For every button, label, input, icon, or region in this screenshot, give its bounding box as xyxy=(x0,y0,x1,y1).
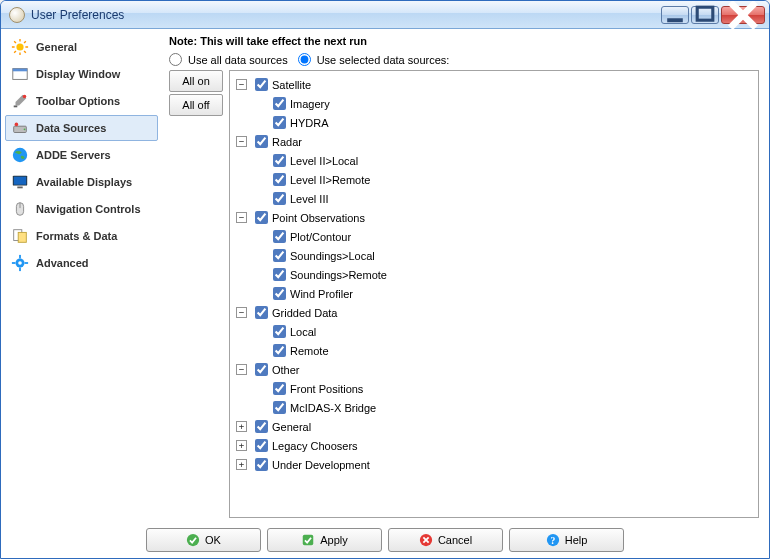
tree-label: Gridded Data xyxy=(272,307,337,319)
expand-icon[interactable]: + xyxy=(236,421,247,432)
tree-checkbox[interactable] xyxy=(273,249,286,262)
svg-point-4 xyxy=(16,43,23,50)
tree-row[interactable]: McIDAS-X Bridge xyxy=(254,398,752,417)
tree-checkbox[interactable] xyxy=(273,401,286,414)
tree-row[interactable]: Imagery xyxy=(254,94,752,113)
collapse-icon[interactable]: − xyxy=(236,79,247,90)
ok-button[interactable]: OK xyxy=(146,528,261,552)
tree-label: Plot/Contour xyxy=(290,231,351,243)
svg-rect-22 xyxy=(14,177,27,185)
tree-label: Level II>Remote xyxy=(290,174,370,186)
tree-checkbox[interactable] xyxy=(273,116,286,129)
help-button[interactable]: ? Help xyxy=(509,528,624,552)
tree-row[interactable]: +Under Development xyxy=(236,455,752,474)
tree-checkbox[interactable] xyxy=(273,192,286,205)
sidebar-item-general[interactable]: General xyxy=(5,34,158,60)
tree-checkbox[interactable] xyxy=(273,230,286,243)
apply-button[interactable]: Apply xyxy=(267,528,382,552)
tree-row[interactable]: HYDRA xyxy=(254,113,752,132)
tree-checkbox[interactable] xyxy=(255,306,268,319)
all-on-button[interactable]: All on xyxy=(169,70,223,92)
datasource-tree-box[interactable]: −SatelliteImageryHYDRA−RadarLevel II>Loc… xyxy=(229,70,759,518)
tree-row[interactable]: Remote xyxy=(254,341,752,360)
svg-rect-23 xyxy=(17,187,22,189)
radio-use-selected[interactable]: Use selected data sources: xyxy=(298,53,450,66)
tree-checkbox[interactable] xyxy=(273,154,286,167)
sidebar-item-label: Navigation Controls xyxy=(36,203,141,215)
tree-checkbox[interactable] xyxy=(255,439,268,452)
tree-row[interactable]: −Satellite xyxy=(236,75,752,94)
sidebar-item-data-sources[interactable]: Data Sources xyxy=(5,115,158,141)
tree-row[interactable]: +Legacy Choosers xyxy=(236,436,752,455)
sidebar-item-label: Display Window xyxy=(36,68,120,80)
tree-row[interactable]: +General xyxy=(236,417,752,436)
svg-point-20 xyxy=(13,148,27,162)
radio-use-all-label: Use all data sources xyxy=(188,54,288,66)
tree-checkbox[interactable] xyxy=(255,420,268,433)
tree-checkbox[interactable] xyxy=(273,344,286,357)
tool-icon xyxy=(10,91,30,111)
close-button[interactable] xyxy=(721,6,765,24)
sidebar-item-advanced[interactable]: Advanced xyxy=(5,250,158,276)
gear-icon xyxy=(10,253,30,273)
note-text: Note: This will take effect the next run xyxy=(169,35,759,47)
sidebar: GeneralDisplay WindowToolbar OptionsData… xyxy=(1,29,161,522)
help-icon: ? xyxy=(546,533,560,547)
tree-checkbox[interactable] xyxy=(255,135,268,148)
collapse-icon[interactable]: − xyxy=(236,136,247,147)
maximize-button[interactable] xyxy=(691,6,719,24)
sidebar-item-display-window[interactable]: Display Window xyxy=(5,61,158,87)
collapse-icon[interactable]: − xyxy=(236,212,247,223)
radio-use-selected-input[interactable] xyxy=(298,53,311,66)
sidebar-item-adde-servers[interactable]: ADDE Servers xyxy=(5,142,158,168)
tree-row[interactable]: −Gridded Data xyxy=(236,303,752,322)
tree-row[interactable]: Soundings>Local xyxy=(254,246,752,265)
tree-row[interactable]: −Other xyxy=(236,360,752,379)
tree-checkbox[interactable] xyxy=(255,458,268,471)
tree-row[interactable]: Soundings>Remote xyxy=(254,265,752,284)
sidebar-item-navigation-controls[interactable]: Navigation Controls xyxy=(5,196,158,222)
cancel-button[interactable]: Cancel xyxy=(388,528,503,552)
tree-checkbox[interactable] xyxy=(273,97,286,110)
sidebar-item-toolbar-options[interactable]: Toolbar Options xyxy=(5,88,158,114)
cancel-icon xyxy=(419,533,433,547)
tree-row[interactable]: Wind Profiler xyxy=(254,284,752,303)
radio-use-all-input[interactable] xyxy=(169,53,182,66)
sidebar-item-label: ADDE Servers xyxy=(36,149,111,161)
sidebar-item-label: Formats & Data xyxy=(36,230,117,242)
sidebar-item-formats-data[interactable]: Formats & Data xyxy=(5,223,158,249)
tree-checkbox[interactable] xyxy=(273,287,286,300)
tree-row[interactable]: Local xyxy=(254,322,752,341)
expand-icon[interactable]: + xyxy=(236,440,247,451)
radio-use-all[interactable]: Use all data sources xyxy=(169,53,288,66)
tree-label: Soundings>Remote xyxy=(290,269,387,281)
all-off-button[interactable]: All off xyxy=(169,94,223,116)
collapse-icon[interactable]: − xyxy=(236,364,247,375)
sidebar-item-available-displays[interactable]: Available Displays xyxy=(5,169,158,195)
svg-rect-31 xyxy=(12,262,16,264)
tree-checkbox[interactable] xyxy=(255,363,268,376)
tree-checkbox[interactable] xyxy=(273,382,286,395)
tree-checkbox[interactable] xyxy=(273,325,286,338)
tree-checkbox[interactable] xyxy=(273,268,286,281)
tree-label: General xyxy=(272,421,311,433)
tree-row[interactable]: −Point Observations xyxy=(236,208,752,227)
tree-row[interactable]: Front Positions xyxy=(254,379,752,398)
tree-checkbox[interactable] xyxy=(255,78,268,91)
svg-rect-14 xyxy=(13,69,27,72)
svg-point-16 xyxy=(23,95,27,99)
tree-row[interactable]: Level III xyxy=(254,189,752,208)
radio-use-selected-label: Use selected data sources: xyxy=(317,54,450,66)
tree-checkbox[interactable] xyxy=(255,211,268,224)
tree-row[interactable]: Level II>Remote xyxy=(254,170,752,189)
svg-rect-35 xyxy=(303,535,314,546)
tree-row[interactable]: Level II>Local xyxy=(254,151,752,170)
tree-label: Point Observations xyxy=(272,212,365,224)
tree-row[interactable]: −Radar xyxy=(236,132,752,151)
minimize-button[interactable] xyxy=(661,6,689,24)
tree-checkbox[interactable] xyxy=(273,173,286,186)
collapse-icon[interactable]: − xyxy=(236,307,247,318)
drive-icon xyxy=(10,118,30,138)
tree-row[interactable]: Plot/Contour xyxy=(254,227,752,246)
expand-icon[interactable]: + xyxy=(236,459,247,470)
